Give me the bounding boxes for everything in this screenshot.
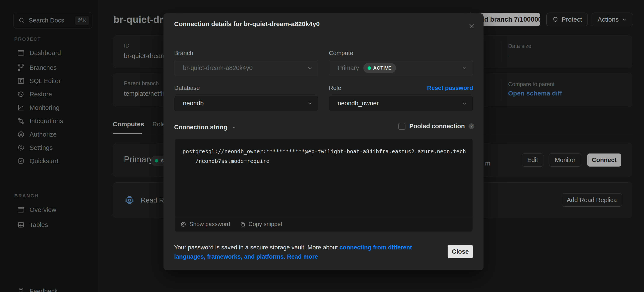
- reset-password-link[interactable]: Reset password: [427, 85, 473, 91]
- close-button[interactable]: Close: [448, 245, 473, 258]
- copy-snippet-button[interactable]: Copy snippet: [240, 221, 282, 227]
- code-toolbar: Show password Copy snippet: [175, 217, 472, 232]
- connecting-docs-link[interactable]: languages, frameworks, and platforms.: [174, 253, 286, 260]
- copy-snippet-label: Copy snippet: [248, 221, 282, 227]
- copy-icon: [240, 221, 246, 227]
- connection-string-dropdown[interactable]: Connection string: [174, 124, 237, 131]
- chevron-down-icon: [462, 101, 467, 106]
- chevron-down-icon: [232, 125, 237, 130]
- database-field-label: Database: [174, 85, 200, 91]
- help-icon[interactable]: ?: [468, 123, 474, 129]
- footer-line-1: Your password is saved in a secure stora…: [174, 243, 448, 252]
- connection-details-modal: Connection details for br-quiet-dream-a8…: [164, 13, 484, 270]
- branch-select[interactable]: br-quiet-dream-a820k4y0: [174, 60, 318, 76]
- app-window: Search Docs ⌘K PROJECT Dashboard Branche…: [0, 0, 644, 292]
- compute-field-label: Compute: [329, 50, 353, 57]
- eye-icon: [180, 221, 186, 227]
- compute-status-badge: ACTIVE: [363, 63, 396, 73]
- database-select-value: neondb: [183, 100, 204, 107]
- connecting-docs-link[interactable]: connecting from different: [340, 244, 412, 251]
- footer-plain-text: Your password is saved in a secure stora…: [174, 244, 340, 251]
- branch-field-label: Branch: [174, 50, 193, 57]
- compute-select[interactable]: Primary ACTIVE: [329, 60, 473, 76]
- modal-header-divider: [164, 38, 484, 38]
- show-password-label: Show password: [189, 221, 230, 227]
- chevron-down-icon: [307, 65, 312, 71]
- chevron-down-icon: [307, 101, 312, 106]
- chevron-down-icon: [462, 65, 467, 71]
- footer-line-2: languages, frameworks, and platforms. Re…: [174, 252, 448, 261]
- connection-string-label: Connection string: [174, 124, 227, 131]
- role-select[interactable]: neondb_owner: [329, 95, 473, 111]
- close-icon[interactable]: [467, 22, 476, 31]
- modal-title: Connection details for br-quiet-dream-a8…: [174, 20, 320, 28]
- pooled-connection-checkbox[interactable]: [398, 123, 406, 130]
- active-dot-icon: [368, 66, 371, 70]
- role-select-value: neondb_owner: [338, 100, 379, 107]
- connection-string-code[interactable]: postgresql://neondb_owner:************@e…: [175, 139, 472, 166]
- compute-status-text: ACTIVE: [373, 65, 392, 71]
- role-field-label: Role: [329, 85, 341, 91]
- pooled-connection-label: Pooled connection: [409, 123, 465, 130]
- connection-string-panel: postgresql://neondb_owner:************@e…: [174, 139, 473, 232]
- branch-select-value: br-quiet-dream-a820k4y0: [183, 65, 253, 72]
- compute-select-value: Primary: [338, 65, 359, 72]
- read-more-link[interactable]: Read more: [287, 253, 318, 260]
- modal-footer-text: Your password is saved in a secure stora…: [174, 243, 448, 261]
- database-select[interactable]: neondb: [174, 95, 318, 111]
- pooled-connection-toggle[interactable]: Pooled connection ?: [398, 123, 474, 130]
- show-password-button[interactable]: Show password: [180, 221, 230, 227]
